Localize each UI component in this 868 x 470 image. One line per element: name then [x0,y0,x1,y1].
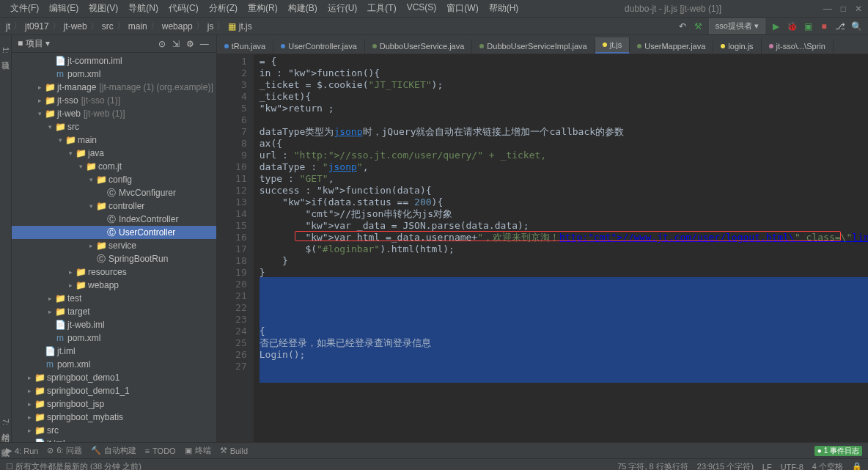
tree-row[interactable]: mpom.xml [12,331,216,345]
maximize-icon[interactable]: □ [841,4,846,14]
tree-row[interactable]: ▸📁service [12,239,216,252]
problems-tool[interactable]: ⊘ 6: 问题 [47,445,81,456]
breadcrumb-item[interactable]: webapp [162,21,193,32]
menu-item[interactable]: 分析(Z) [205,1,242,16]
status-indent[interactable]: 4 个空格 [812,461,843,470]
tree-row[interactable]: ⒸMvcConfigurer [12,186,216,199]
code-line[interactable]: "kw">if(data.status == 200){ [260,197,868,208]
editor-tab[interactable]: jt-sso\...\Sprin [762,39,834,54]
status-encoding[interactable]: UTF-8 [781,463,803,471]
tree-row[interactable]: ▸📁jt-sso[jt-sso (1)] [12,94,216,107]
code-line[interactable]: url : "http:">//sso.jt.com/user/query/" … [260,150,868,161]
hammer-icon[interactable]: ⚒ [693,21,705,32]
run-icon[interactable]: ▶ [770,21,781,32]
code-line[interactable] [260,302,868,314]
editor-tab[interactable]: DubboUserService.java [365,39,473,54]
tree-row[interactable]: ⒸIndexController [12,213,216,226]
tree-row[interactable]: ▾📁src [12,120,216,133]
project-tool-tab[interactable]: 1: 项目 [0,47,11,56]
code-line[interactable]: dataType : "jsonp", [260,161,868,173]
structure-tool-tab[interactable]: 7: 结构 [0,419,11,427]
code-line[interactable]: "kw">var _data = JSON.parse(data.data); [260,220,868,232]
favorites-tool-tab[interactable]: 2: 收藏 [0,433,11,442]
code-line[interactable]: "kw">return ; [260,103,868,114]
build-tool[interactable]: ⚒ Build [220,446,248,455]
editor-body[interactable]: 1234567891011121314151617181920212223242… [217,54,868,442]
breadcrumb-item[interactable]: jt-web [64,21,87,32]
tree-row[interactable]: mpom.xml [12,358,216,371]
code-line[interactable]: $("#loginbar").html(html); [260,243,868,255]
tree-row[interactable]: ▾📁config [12,173,216,186]
tree-row[interactable]: ▸📁resources [12,265,216,279]
menu-item[interactable]: 文件(F) [6,1,43,16]
run-tool[interactable]: ▶ 4: Run [6,446,38,455]
tree-row[interactable]: ▾📁java [12,147,216,160]
search-icon[interactable]: 🔍 [850,21,862,32]
menu-item[interactable]: 视图(V) [84,1,122,16]
breadcrumb-item[interactable]: jt0917 [25,21,49,32]
tree-row[interactable]: ▾📁controller [12,199,216,213]
run-config-dropdown[interactable]: sso提供者 ▾ [709,18,765,34]
tree-row[interactable]: ▸📁test [12,292,216,305]
menu-item[interactable]: 导航(N) [124,1,163,16]
debug-icon[interactable]: 🐞 [786,21,798,32]
tree-row[interactable]: ▸📁webapp [12,279,216,292]
menu-item[interactable]: 帮助(H) [485,1,523,16]
close-icon[interactable]: ✕ [855,4,862,14]
git-icon[interactable]: ⎇ [834,21,846,32]
tree-row[interactable]: ▸📁src [12,424,216,437]
gear-icon[interactable]: ⚙ [184,38,196,50]
expand-icon[interactable]: ⇲ [170,38,182,50]
code-line[interactable]: Login(); [260,349,868,361]
code-line[interactable]: 否已经登录，如果已经登录查询登录信息 [260,337,868,349]
code-line[interactable]: dataType类型为jsonp时，jQuery就会自动在请求链接上增加一个ca… [260,126,868,138]
tree-row[interactable]: ⒸSpringBootRun [12,252,216,265]
menu-item[interactable]: VCS(S) [402,1,441,16]
event-badge[interactable]: ● 1 事件日志 [814,446,862,456]
code-content[interactable]: = {in : "kw">function(){_ticket = $.cook… [254,54,868,442]
code-line[interactable]: = { [260,56,868,67]
autobuild-tool[interactable]: 🔨 自动构建 [91,445,136,456]
tree-row[interactable]: ▾📁jt-web[jt-web (1)] [12,107,216,120]
minimize-icon[interactable]: — [823,4,832,14]
tree-row[interactable]: ▸📁springboot_demo1 [12,371,216,384]
collapse-icon[interactable]: ⊙ [156,38,168,50]
tree-row[interactable]: ▸📁springboot_demo1_1 [12,384,216,397]
status-linesep[interactable]: LF [762,463,772,471]
menu-item[interactable]: 工具(T) [363,1,400,16]
tree-row[interactable]: ▸📁jt-manage[jt-manage (1) (org.example)] [12,81,216,94]
tree-row[interactable]: ▸📁springboot_mybatis [12,411,216,424]
breadcrumb-item[interactable]: src [102,21,114,32]
code-line[interactable]: in : "kw">function(){ [260,67,868,79]
stop-icon[interactable]: ■ [818,21,830,32]
lock-icon[interactable]: 🔒 [852,462,862,470]
tree-row[interactable]: ▾📁com.jt [12,160,216,173]
coverage-icon[interactable]: ▣ [802,21,814,32]
tree-row[interactable]: 📄jt.iml [12,437,216,442]
code-line[interactable]: type : "GET", [260,173,868,185]
back-icon[interactable]: ↶ [677,21,688,32]
code-line[interactable]: _ticket){ [260,91,868,103]
project-tree[interactable]: 📄jt-common.imlmpom.xml▸📁jt-manage[jt-man… [12,53,216,442]
editor-tab[interactable]: login.js [713,39,761,54]
editor-tab[interactable]: UserController.java [273,39,365,54]
terminal-tool[interactable]: ▣ 终端 [185,445,211,456]
menu-item[interactable]: 重构(R) [243,1,282,16]
editor-tab[interactable]: jt.js [595,37,630,54]
menu-item[interactable]: 构建(B) [284,1,322,16]
code-line[interactable] [260,114,868,126]
tree-row[interactable]: ⒸUserController [12,226,216,239]
tree-row[interactable]: 📄jt-common.iml [12,54,216,67]
code-line[interactable]: _ticket = $.cookie("JT_TICKET"); [260,79,868,91]
todo-tool[interactable]: ≡ TODO [145,447,176,455]
code-line[interactable] [260,314,868,326]
code-line[interactable]: ax({ [260,138,868,150]
menu-item[interactable]: 编辑(E) [45,1,83,16]
code-line[interactable] [260,279,868,290]
editor-tab[interactable]: DubboUserServiceImpl.java [472,39,595,54]
tree-row[interactable]: 📄jt-web.iml [12,318,216,331]
code-line[interactable]: "cmt">//把json串转化为js对象 [260,208,868,220]
breadcrumb-item[interactable]: jt [6,21,10,32]
code-line[interactable]: } [260,267,868,279]
code-line[interactable] [260,290,868,302]
